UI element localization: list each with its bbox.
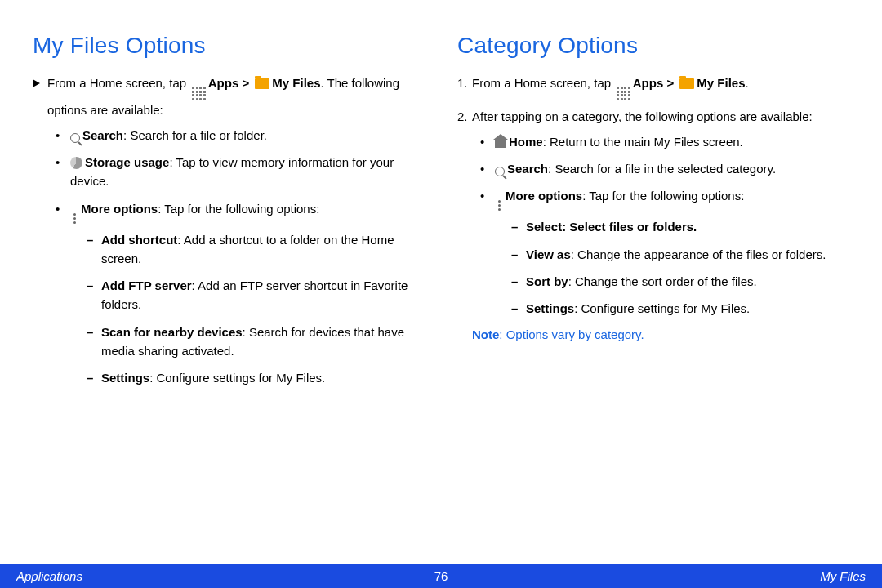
left-column: My Files Options From a Home screen, tap… [33,33,425,395]
option-label: Search [507,162,548,176]
option-text: : Search for a file or folder. [123,128,267,142]
page-footer: Applications 76 My Files [0,564,882,588]
list-item: Home: Return to the main My Files screen… [480,132,849,151]
folder-icon [255,78,270,89]
footer-right: My Files [820,569,866,583]
option-label: More options [506,189,582,203]
list-item: Add FTP server: Add an FTP server shortc… [87,276,425,314]
note: Note: Options vary by category. [472,327,849,341]
option-label: More options [81,202,158,216]
option-text: : Configure settings for My Files. [574,301,750,315]
step-text: From a Home screen, tap Apps > My Files. [472,74,749,100]
page-number: 76 [434,569,448,583]
more-options-icon [495,200,503,211]
option-label: Home [509,135,543,149]
folder-icon [679,78,694,89]
option-label: Add shortcut [101,233,177,247]
list-item: Add shortcut: Add a shortcut to a folder… [87,230,425,269]
option-label: Scan for nearby devices [101,325,243,339]
list-item: More options: Tap for the following opti… [56,199,425,388]
note-label: Note [472,327,499,341]
text-fragment: From a Home screen, tap [47,76,189,90]
list-item: More options: Tap for the following opti… [480,186,849,318]
apps-grid-icon [192,87,206,100]
intro-text: From a Home screen, tap Apps > My Files.… [47,74,425,119]
list-item: Select: Select files or folders. [511,217,849,236]
pie-chart-icon [70,157,82,169]
apps-label: Apps [633,76,664,90]
option-text: : Configure settings for My Files. [149,371,325,385]
option-text: : Change the appearance of the files or … [571,247,826,261]
note-text: : Options vary by category. [499,327,644,341]
list-item: Scan for nearby devices: Search for devi… [87,323,425,361]
sub-options-list: Add shortcut: Add a shortcut to a folder… [87,230,425,388]
home-icon [495,140,506,148]
triangle-marker-icon [33,74,47,92]
search-icon [70,133,80,143]
more-options-icon [70,213,78,224]
content-columns: My Files Options From a Home screen, tap… [0,0,882,395]
option-label: Settings [101,371,149,385]
step-number: 2. [457,107,472,126]
step-1: 1. From a Home screen, tap Apps > My Fil… [457,74,849,100]
step-intro: From a Home screen, tap Apps > My Files.… [33,74,425,119]
text-fragment: From a Home screen, tap [472,76,614,90]
options-list: Search: Search for a file or folder. Sto… [56,126,425,388]
list-item: View as: Change the appearance of the fi… [511,245,849,264]
footer-left: Applications [16,569,82,583]
option-text: : Tap for the following options: [158,202,319,216]
list-item: Storage usage: Tap to view memory inform… [56,153,425,191]
option-text: : Search for a file in the selected cate… [548,162,776,176]
option-label: Storage usage [85,155,169,169]
apps-grid-icon [617,87,630,100]
section-title-category-options: Category Options [457,33,849,59]
apps-label: Apps [208,76,239,90]
step-text: After tapping on a category, the followi… [472,107,813,126]
option-text: : Change the sort order of the files. [568,274,757,288]
options-list: Home: Return to the main My Files screen… [480,132,849,318]
option-text: : Tap for the following options: [582,189,744,203]
list-item: Search: Search for a file or folder. [56,126,425,145]
list-item: Settings: Configure settings for My File… [87,368,425,387]
option-label: Add FTP server [101,278,192,292]
option-text: : Select files or folders. [562,220,697,234]
section-title-my-files-options: My Files Options [33,33,425,59]
text-fragment: . [746,76,749,90]
option-label: Sort by [526,274,568,288]
option-text: : Return to the main My Files screen. [543,135,743,149]
search-icon [495,167,505,176]
list-item: Settings: Configure settings for My File… [511,299,849,318]
option-label: Search [82,128,123,142]
list-item: Sort by: Change the sort order of the fi… [511,272,849,291]
page: My Files Options From a Home screen, tap… [0,0,882,588]
right-column: Category Options 1. From a Home screen, … [457,33,849,395]
step-2: 2. After tapping on a category, the foll… [457,107,849,126]
option-label: View as [526,247,571,261]
text-fragment: > [663,76,677,90]
text-fragment: > [238,76,252,90]
my-files-label: My Files [697,76,745,90]
list-item: Search: Search for a file in the selecte… [480,159,849,178]
option-label: Select [526,220,562,234]
step-number: 1. [457,74,472,92]
sub-options-list: Select: Select files or folders. View as… [511,217,849,318]
my-files-label: My Files [272,76,320,90]
option-label: Settings [526,301,574,315]
